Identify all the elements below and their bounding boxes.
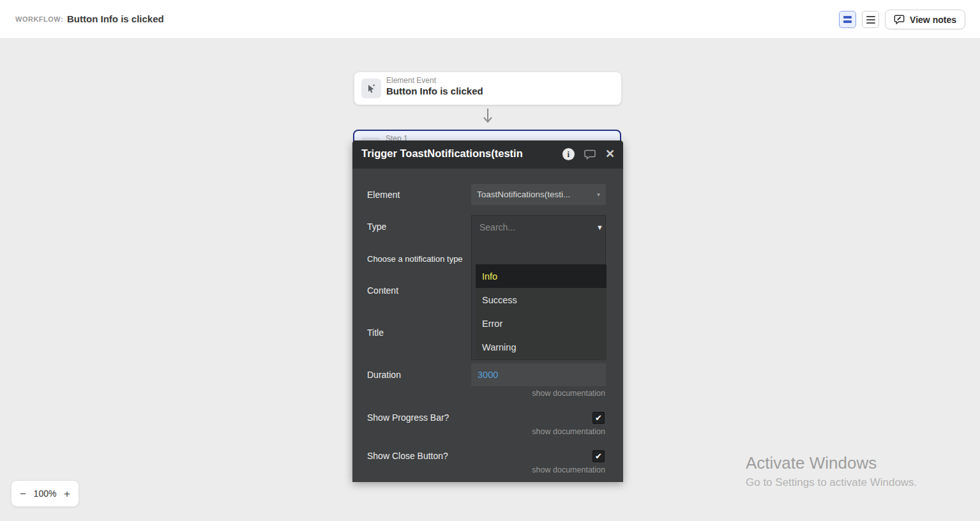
type-option-warning[interactable]: Warning	[476, 335, 607, 359]
watermark-line2: Go to Settings to activate Windows.	[746, 476, 917, 489]
windows-activation-watermark: Activate Windows Go to Settings to activ…	[746, 453, 917, 489]
topbar-actions: View notes	[839, 10, 965, 29]
title-field-label: Title	[367, 328, 384, 338]
duration-field-label: Duration	[367, 370, 401, 380]
element-dropdown[interactable]: ToastNotifications(testi... ▾	[471, 184, 606, 205]
close-button-checkbox[interactable]: ✔	[592, 450, 605, 462]
duration-doc-link[interactable]: show documentation	[532, 389, 605, 398]
zoom-out-button[interactable]: −	[20, 488, 26, 499]
event-node[interactable]: Element Event Button Info is clicked	[354, 72, 621, 105]
zoom-control: − 100% +	[11, 480, 79, 507]
type-option-error[interactable]: Error	[476, 312, 607, 335]
progress-bar-checkbox[interactable]: ✔	[592, 412, 605, 424]
event-node-title: Button Info is clicked	[386, 86, 483, 96]
watermark-line1: Activate Windows	[746, 453, 917, 473]
type-options-list: Info Success Error Warning	[476, 264, 607, 359]
comment-icon[interactable]	[584, 149, 596, 160]
content-field-label: Content	[367, 285, 398, 296]
element-field-label: Element	[367, 190, 400, 200]
card-view-toggle-button[interactable]	[839, 11, 856, 28]
type-dropdown-expanded: ▼ Info Success Error Warning	[471, 215, 606, 360]
element-dropdown-value: ToastNotifications(testi...	[477, 190, 570, 199]
view-notes-button[interactable]: View notes	[885, 10, 965, 29]
duration-input[interactable]	[471, 363, 606, 386]
close-button-field-label: Show Close Button?	[367, 451, 448, 461]
close-button-doc-link[interactable]: show documentation	[532, 465, 605, 474]
close-icon[interactable]: ✕	[605, 148, 615, 160]
type-dropdown-caret-icon[interactable]: ▼	[596, 223, 603, 231]
view-notes-label: View notes	[910, 15, 956, 25]
progress-bar-field-label: Show Progress Bar?	[367, 412, 449, 423]
property-editor-title: Trigger ToastNotifications(testin	[361, 147, 523, 160]
workflow-title: Button Info is clicked	[67, 13, 164, 24]
list-view-icon	[866, 16, 875, 24]
workflow-label: WORKFLOW:	[15, 15, 63, 23]
zoom-level: 100%	[34, 488, 57, 499]
top-bar: WORKFLOW: Button Info is clicked View no…	[0, 0, 980, 39]
progress-bar-doc-link[interactable]: show documentation	[532, 427, 605, 436]
info-icon[interactable]: i	[562, 148, 575, 160]
card-view-icon	[843, 16, 852, 23]
notes-bubble-icon	[894, 14, 905, 25]
element-dropdown-caret-icon: ▾	[597, 191, 600, 198]
property-editor-panel: Trigger ToastNotifications(testin i ✕ El…	[352, 140, 623, 482]
type-search-row: ▼	[472, 216, 605, 238]
zoom-in-button[interactable]: +	[64, 488, 70, 499]
panel-header-icons: i ✕	[562, 148, 615, 160]
type-search-input[interactable]	[478, 222, 596, 233]
type-option-success[interactable]: Success	[476, 288, 607, 312]
type-option-info[interactable]: Info	[476, 264, 607, 288]
list-view-toggle-button[interactable]	[862, 11, 879, 28]
element-event-icon	[361, 79, 381, 98]
event-node-type: Element Event	[386, 76, 436, 85]
type-field-label: Type	[367, 222, 386, 232]
property-editor-header[interactable]: Trigger ToastNotifications(testin i ✕	[352, 140, 623, 169]
type-hint-label: Choose a notification type	[367, 254, 472, 264]
flow-connector-arrow	[482, 107, 494, 129]
